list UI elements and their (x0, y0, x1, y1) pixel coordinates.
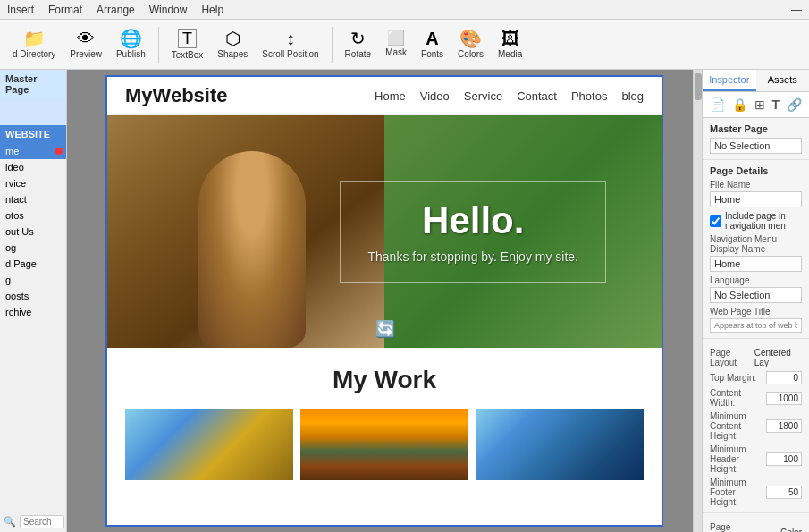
colors-icon: 🎨 (459, 30, 482, 47)
nav-home[interactable]: Home (375, 89, 406, 103)
window-minimize[interactable]: — (791, 4, 802, 16)
toolbar-media[interactable]: 🖼 Media (493, 26, 527, 63)
menu-format[interactable]: Format (48, 4, 82, 16)
hero-background: Hello. Thanks for stopping by. Enjoy my … (107, 115, 662, 348)
rotate-icon: ↻ (350, 30, 366, 47)
master-page-section: Master Page No Selection (703, 118, 809, 160)
textbox-icon: T (178, 29, 197, 48)
web-title-input[interactable] (710, 318, 802, 333)
nav-service[interactable]: Service (464, 89, 502, 103)
left-sidebar: Master Page WEBSITE me ideo rvice ntact … (0, 70, 67, 532)
sidebar-page-photos[interactable]: otos (0, 207, 66, 224)
toolbar-scroll-position[interactable]: ↕ Scroll Position (257, 26, 324, 63)
content-width-input[interactable] (766, 392, 802, 405)
scroll-position-icon: ↕ (286, 30, 295, 47)
sidebar-page-g[interactable]: g (0, 272, 66, 288)
nav-photos[interactable]: Photos (571, 89, 607, 103)
page-details-section: Page Details File Name Include page in n… (703, 160, 809, 339)
sidebar-page-about[interactable]: out Us (0, 224, 66, 240)
page-details-title: Page Details (710, 165, 802, 176)
sidebar-page-contact[interactable]: ntact (0, 191, 66, 207)
work-title: My Work (125, 366, 644, 394)
include-nav-checkbox[interactable] (710, 215, 721, 227)
master-page-label: Master Page (5, 73, 37, 95)
scroll-position-label: Scroll Position (262, 49, 318, 59)
panel-text-icon[interactable]: T (770, 96, 783, 114)
work-grid (125, 409, 644, 480)
rotate-label: Rotate (345, 49, 371, 59)
preview-icon: 👁 (77, 30, 95, 47)
menu-arrange[interactable]: Arrange (97, 4, 135, 16)
toolbar-colors[interactable]: 🎨 Colors (452, 26, 489, 63)
fonts-label: Fonts (421, 49, 443, 59)
tab-inspector[interactable]: Inspector (703, 70, 756, 91)
textbox-label: TextBox (172, 50, 204, 60)
tab-assets[interactable]: Assets (756, 70, 810, 91)
toolbar-textbox[interactable]: T TextBox (166, 25, 209, 63)
toolbar-shapes[interactable]: ⬡ Shapes (212, 26, 253, 63)
site-header: MyWebsite Home Video Service Contact Pho… (107, 77, 662, 115)
nav-display-input[interactable] (710, 256, 802, 272)
toolbar-rotate[interactable]: ↻ Rotate (340, 26, 376, 63)
sidebar-page-page[interactable]: d Page (0, 256, 66, 272)
include-nav-row: Include page in navigation men (710, 211, 802, 231)
language-value: No Selection (710, 287, 802, 303)
nav-display-label: Navigation Menu Display Name (710, 234, 802, 254)
panel-grid-icon[interactable]: ⊞ (752, 96, 768, 114)
nav-video[interactable]: Video (420, 89, 450, 103)
sidebar-page-boosts[interactable]: oosts (0, 288, 66, 304)
min-content-label: Minimum Content Height: (710, 411, 766, 441)
toolbar: 📁 d Directory 👁 Preview 🌐 Publish T Text… (0, 20, 809, 70)
menu-window[interactable]: Window (149, 4, 188, 16)
page-background-section: Page Background Color 🎨 Shadow 🎨 (703, 513, 809, 532)
toolbar-fonts[interactable]: A Fonts (416, 26, 449, 63)
shapes-label: Shapes (217, 49, 248, 59)
min-footer-label: Minimum Footer Height: (710, 477, 766, 507)
menu-help[interactable]: Help (201, 4, 223, 16)
scroll-thumb[interactable] (695, 73, 702, 100)
min-footer-input[interactable] (766, 486, 802, 499)
page-background-row: Page Background Color (710, 522, 802, 532)
panel-link-icon[interactable]: 🔗 (784, 96, 805, 114)
canvas-scrollbar[interactable] (693, 70, 702, 532)
sidebar-page-home[interactable]: me (0, 143, 66, 159)
search-input[interactable] (20, 515, 64, 528)
toolbar-directory[interactable]: 📁 d Directory (7, 26, 61, 63)
min-footer-row: Minimum Footer Height: (710, 477, 802, 507)
toolbar-publish[interactable]: 🌐 Publish (111, 26, 151, 63)
sidebar-page-video[interactable]: ideo (0, 159, 66, 175)
nav-contact[interactable]: Contact (517, 89, 557, 103)
page-layout-section: Page Layout Centered Lay Top Margin: Con… (703, 339, 809, 513)
mask-icon: ⬜ (387, 31, 405, 46)
page-background-label: Page Background (710, 522, 780, 532)
nav-blog[interactable]: blog (621, 89, 644, 103)
sidebar-page-blog[interactable]: og (0, 240, 66, 256)
min-content-input[interactable] (766, 419, 802, 433)
canvas-area[interactable]: MyWebsite Home Video Service Contact Pho… (67, 70, 702, 532)
file-name-label: File Name (710, 180, 802, 190)
page-layout-value: Centered Lay (754, 348, 802, 367)
master-page-thumbnail (0, 98, 66, 125)
main-layout: Master Page WEBSITE me ideo rvice ntact … (0, 70, 809, 532)
sidebar-page-archive[interactable]: rchive (0, 304, 66, 320)
panel-icons: 📄 🔒 ⊞ T 🔗 (703, 92, 809, 118)
toolbar-mask[interactable]: ⬜ Mask (380, 28, 412, 61)
master-page-section-title: Master Page (710, 123, 802, 134)
mask-label: Mask (385, 47, 407, 57)
sidebar-page-service[interactable]: rvice (0, 175, 66, 191)
file-name-input[interactable] (710, 191, 802, 207)
toolbar-preview[interactable]: 👁 Preview (64, 26, 107, 63)
site-nav: Home Video Service Contact Photos blog (375, 89, 644, 103)
sidebar-search-area: 🔍 (0, 511, 66, 532)
colors-label: Colors (458, 49, 484, 59)
master-page-value: No Selection (710, 138, 802, 154)
sidebar-bottom (0, 320, 66, 511)
panel-lock-icon[interactable]: 🔒 (729, 96, 750, 114)
work-thumb-3 (476, 409, 644, 480)
menu-insert[interactable]: Insert (7, 4, 34, 16)
min-header-input[interactable] (766, 452, 802, 466)
top-margin-input[interactable] (766, 371, 802, 384)
sync-icon: 🔄 (375, 319, 395, 339)
panel-page-icon[interactable]: 📄 (707, 96, 728, 114)
media-icon: 🖼 (501, 30, 519, 47)
